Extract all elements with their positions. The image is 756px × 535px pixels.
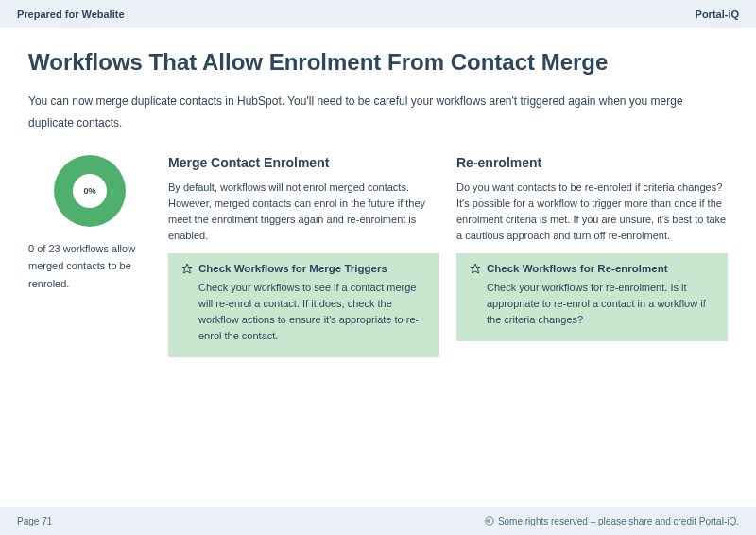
footer-rights: Some rights reserved – please share and … (485, 516, 739, 526)
callout-re-enrolment: Check Workflows for Re-enrolment Check y… (456, 253, 728, 341)
star-icon (181, 263, 193, 274)
columns-row: 0% 0 of 23 workflows allow merged contac… (28, 155, 728, 357)
prepared-for-label: Prepared for Webalite (17, 9, 125, 20)
section-body-reenrol: Do you want contacts to be re-enroled if… (456, 180, 728, 244)
cc-icon (485, 516, 494, 526)
brand-label: Portal-iQ (696, 9, 739, 20)
footer-bar: Page 71 Some rights reserved – please sh… (0, 507, 756, 535)
donut-chart: 0% (54, 155, 126, 227)
svg-marker-0 (182, 264, 192, 273)
page-title: Workflows That Allow Enrolment From Cont… (28, 49, 728, 76)
section-re-enrolment: Re-enrolment Do you want contacts to be … (456, 155, 728, 357)
callout-title-text-merge: Check Workflows for Merge Triggers (198, 263, 387, 274)
callout-title-text-reenrol: Check Workflows for Re-enrolment (487, 263, 668, 274)
page-number: Page 71 (17, 516, 52, 526)
callout-merge-triggers: Check Workflows for Merge Triggers Check… (168, 253, 439, 357)
callout-body-merge: Check your workflows to see if a contact… (181, 280, 426, 344)
chart-column: 0% 0 of 23 workflows allow merged contac… (28, 155, 151, 357)
main-content: Workflows That Allow Enrolment From Cont… (0, 28, 756, 367)
section-merge-enrolment: Merge Contact Enrolment By default, work… (168, 155, 439, 357)
svg-marker-1 (471, 264, 480, 273)
donut-center-label: 0% (73, 174, 107, 208)
callout-title-reenrol: Check Workflows for Re-enrolment (470, 263, 714, 274)
callout-title-merge: Check Workflows for Merge Triggers (181, 263, 426, 274)
section-body-merge: By default, workflows will not enrol mer… (168, 180, 439, 244)
donut-chart-wrap: 0% (28, 155, 151, 227)
callout-body-reenrol: Check your workflows for re-enrolment. I… (470, 280, 714, 328)
star-icon (470, 263, 481, 274)
section-heading-reenrol: Re-enrolment (456, 155, 728, 170)
section-heading-merge: Merge Contact Enrolment (168, 155, 439, 170)
footer-rights-text: Some rights reserved – please share and … (498, 516, 739, 526)
chart-caption: 0 of 23 workflows allow merged contacts … (28, 240, 151, 293)
page-intro: You can now merge duplicate contacts in … (28, 91, 728, 134)
header-bar: Prepared for Webalite Portal-iQ (0, 0, 756, 28)
